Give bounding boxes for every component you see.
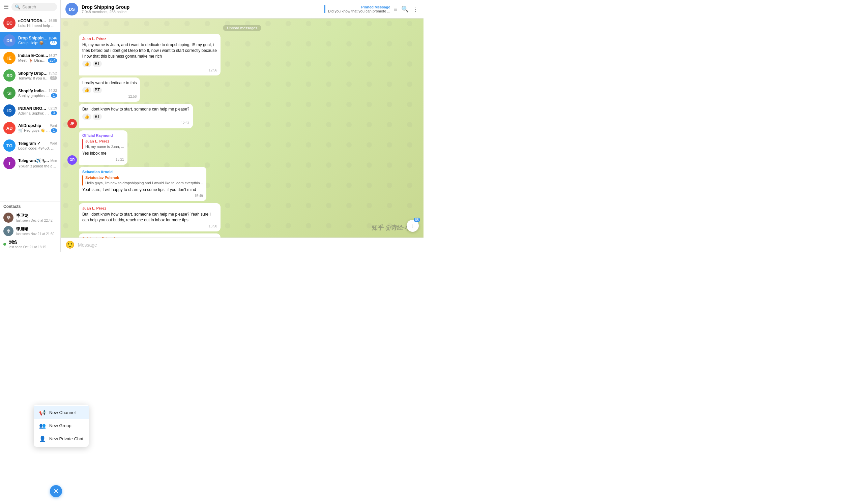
chat-item-alidropship[interactable]: ADAliDropshipWed🛒 Hey guys 👋 You can boo…	[0, 119, 60, 137]
contacts-section: Contacts 毕毕卫龙last seen Dec 6 at 22:42李李晨…	[0, 201, 60, 252]
reaction[interactable]: 👍	[82, 87, 91, 93]
reaction[interactable]: 👍	[82, 113, 91, 120]
message-time: 13:21	[82, 157, 124, 162]
message-bubble: Sviatoslav PolenokHello guys, I'm new to…	[79, 233, 221, 237]
chat-item-shopify-india[interactable]: SIShopify India 🔊14:33Sanjay graphics de…	[0, 84, 60, 102]
chat-header-avatar: DS	[65, 3, 78, 16]
message-reply: Sviatoslav PolenokHello guys, I'm new to…	[82, 175, 203, 186]
message-reply: Juan L. PérezHi, my name is Juan, ...	[82, 139, 124, 149]
chat-info: Telegram✈️飞机群发/群组拉人/群...MonYixuan z join…	[18, 158, 57, 168]
chat-item-telegram-fly[interactable]: TTelegram✈️飞机群发/群组拉人/群...MonYixuan z joi…	[0, 154, 60, 172]
chat-time: 15:52	[49, 71, 57, 75]
unread-divider: Unread messages	[67, 25, 417, 30]
pinned-text: Did you know that you can promote ...	[328, 9, 391, 13]
chat-info: INDIAN DROPSHIPPING🦁🐗 🔊02:19Adelina Soph…	[18, 106, 57, 115]
contact-item[interactable]: 李李晨曦last seen Nov 21 at 21:30	[3, 224, 57, 238]
message-bubble: Sebastian ArnoldSviatoslav PolenokHello …	[79, 167, 206, 201]
chat-name: AliDropship	[18, 123, 41, 128]
message-bubble: Juan L. PérezHi, my name is Juan, and i …	[79, 34, 221, 75]
chat-badge: 3	[51, 111, 57, 115]
message-reactions: 👍BT	[82, 113, 190, 120]
chat-item-indian-ecommerce[interactable]: IEIndian E-Commerce Wholsaler B2...16:37…	[0, 49, 60, 67]
chat-item-telegram[interactable]: TGTelegram ✓WedLogin code: 49450. Do not…	[0, 137, 60, 154]
search-icon: 🔍	[15, 4, 20, 10]
chat-preview: Tomiwa: If you need any recommenda...	[18, 76, 50, 80]
chat-info: Shopify India 🔊14:33Sanjay graphics desi…	[18, 89, 57, 98]
message-avatar: JP	[67, 119, 77, 128]
chat-avatar: SI	[3, 87, 16, 99]
message-reactions: 👍BT	[82, 61, 217, 67]
chat-preview: Sanjay graphics designer full time freel…	[18, 94, 51, 98]
chat-name: Drop Shipping Group 🔊	[18, 36, 49, 40]
message-time: 12:56	[82, 94, 137, 99]
emoji-button[interactable]: 🙂	[65, 240, 74, 249]
message-sender: Official Raymond	[82, 133, 124, 138]
main-chat: DS Drop Shipping Group 7 048 members, 25…	[61, 0, 424, 252]
chat-name: Shopify Dropshipping Knowledge ...	[18, 71, 49, 76]
message-input[interactable]	[78, 242, 419, 248]
contact-name: 李晨曦	[16, 227, 57, 232]
chat-time: 16:37	[49, 54, 57, 58]
chat-item-drop-shipping[interactable]: DSDrop Shipping Group 🔊16:46Group Help: …	[0, 32, 60, 49]
contact-avatar: 李	[3, 226, 14, 236]
chat-info: eCOM TODAY Ecommerce | ENG C...16:55Luis…	[18, 19, 57, 28]
chat-header-meta: 7 048 members, 258 online	[82, 10, 200, 14]
chat-avatar: ID	[3, 105, 16, 116]
messages-container: Juan L. PérezHi, my name is Juan, and i …	[67, 34, 417, 237]
more-icon[interactable]: ⋮	[413, 5, 419, 13]
sidebar: ☰ 🔍 Search ECeCOM TODAY Ecommerce | ENG …	[0, 0, 61, 252]
chat-info: Indian E-Commerce Wholsaler B2...16:37Me…	[18, 53, 57, 63]
chat-item-indian-drop[interactable]: IDINDIAN DROPSHIPPING🦁🐗 🔊02:19Adelina So…	[0, 102, 60, 119]
message-sender: Sebastian Arnold	[82, 169, 203, 175]
chat-time: Wed	[50, 142, 57, 145]
reaction[interactable]: BT	[93, 87, 102, 93]
chat-item-shopify-drop[interactable]: SDShopify Dropshipping Knowledge ...15:5…	[0, 67, 60, 84]
message-row: Juan L. PérezHi, my name is Juan, and i …	[67, 34, 417, 75]
chat-item-ecom-today[interactable]: ECeCOM TODAY Ecommerce | ENG C...16:55Lu…	[0, 14, 60, 32]
chat-avatar: DS	[3, 34, 16, 47]
message-text: Yeah sure, I will happy to share you som…	[82, 187, 203, 193]
message-row: JPBut i dont know how to start, someone …	[67, 104, 417, 128]
scroll-to-bottom-button[interactable]: 88 ↓	[407, 220, 419, 232]
chat-preview: Meet: 🦌 DEER HEAD MULTIPURPOS...	[18, 58, 48, 63]
reaction[interactable]: BT	[93, 113, 102, 120]
search-box[interactable]: 🔍 Search	[12, 3, 57, 11]
sidebar-header: ☰ 🔍 Search	[0, 0, 60, 14]
message-time: 15:49	[82, 194, 203, 198]
message-time: 15:50	[82, 224, 217, 229]
chat-avatar: EC	[3, 17, 16, 29]
scroll-badge: 88	[414, 218, 420, 222]
pinned-message[interactable]: Pinned Message Did you know that you can…	[324, 5, 391, 13]
message-row: SASviatoslav PolenokHello guys, I'm new …	[67, 233, 417, 237]
reaction[interactable]: 👍	[82, 61, 91, 67]
reaction[interactable]: BT	[93, 61, 102, 67]
chat-messages[interactable]: Unread messages Juan L. PérezHi, my name…	[61, 19, 424, 237]
message-text: But i dont know how to start, someone ca…	[82, 212, 217, 223]
chat-badge: 1	[51, 128, 57, 133]
message-time: 12:56	[82, 68, 217, 73]
contact-name: 毕卫龙	[16, 213, 57, 219]
chat-header-name: Drop Shipping Group	[82, 4, 200, 10]
message-row: Sebastian ArnoldSviatoslav PolenokHello …	[67, 167, 417, 201]
message-sender: Juan L. Pérez	[82, 206, 217, 211]
message-sender: Juan L. Pérez	[82, 36, 217, 41]
chat-info: Drop Shipping Group 🔊16:46Group Help: 📦 …	[18, 36, 57, 45]
contact-item[interactable]: 毕毕卫龙last seen Dec 6 at 22:42	[3, 211, 57, 224]
message-bubble: Juan L. PérezBut i dont know how to star…	[79, 203, 221, 231]
contact-name: 刘焰	[9, 239, 57, 245]
search-chat-icon[interactable]: 🔍	[401, 5, 409, 13]
chat-name: Telegram ✓	[18, 141, 40, 146]
contact-item[interactable]: 刘焰last seen Oct 21 at 18:15	[3, 238, 57, 251]
list-icon[interactable]: ≡	[394, 6, 398, 13]
chat-preview: Login code: 49450. Do not give this code…	[18, 146, 57, 150]
chat-preview: Adelina Sophia: There's this mining plat…	[18, 111, 51, 115]
contact-status: last seen Oct 21 at 18:15	[9, 245, 57, 249]
search-placeholder: Search	[22, 4, 36, 10]
chat-header: DS Drop Shipping Group 7 048 members, 25…	[61, 0, 424, 19]
chat-time: 14:33	[49, 89, 57, 93]
message-text: I really want to dedicate to this	[82, 80, 137, 86]
chat-list: ECeCOM TODAY Ecommerce | ENG C...16:55Lu…	[0, 14, 60, 201]
chat-name: Telegram✈️飞机群发/群组拉人/群...	[18, 158, 51, 164]
chat-time: Mon	[51, 159, 57, 163]
menu-icon[interactable]: ☰	[3, 3, 9, 11]
